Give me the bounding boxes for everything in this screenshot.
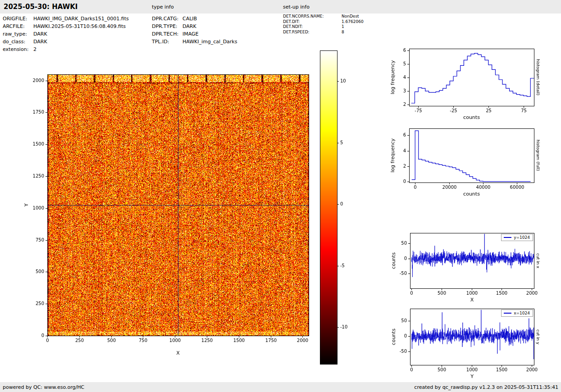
meta-key: DET.NCORRS.NAME: <box>283 14 342 19</box>
qc-link[interactable]: www.eso.org/HC <box>44 384 85 390</box>
meta-value: HAWKI_img_cal_Darks <box>182 38 237 46</box>
powered-by-text: powered by QC: <box>3 384 44 390</box>
meta-value: CALIB <box>182 15 197 23</box>
meta-value: 2 <box>33 46 36 53</box>
metadata-row: ARCFILE: HAWKI.2025-05-31T10:56:08.409.f… <box>3 23 129 30</box>
setup-info-label: set-up info <box>283 4 310 10</box>
meta-key: DET.DIT: <box>283 19 342 25</box>
meta-value: 8 <box>342 30 344 35</box>
detector-image-plot <box>18 68 315 365</box>
histogram-detail-plot <box>384 43 542 126</box>
metadata-row: ORIGFILE: HAWKI_IMG_DARK_Darks151_0001.f… <box>3 15 129 23</box>
meta-value: 1.6762060 <box>342 19 364 25</box>
meta-key: extension: <box>3 46 33 53</box>
type-info-label: type info <box>152 4 174 10</box>
meta-key: ARCFILE: <box>3 23 33 30</box>
legend-label: y=1024 <box>514 235 530 240</box>
meta-key: do_class: <box>3 38 33 46</box>
setup-info-column: DET.NCORRS.NAME: NonDest DET.DIT: 1.6762… <box>283 14 364 35</box>
histogram-detail-side-label: histogram (detail) <box>534 49 542 106</box>
meta-value: DARK <box>33 30 47 38</box>
metadata-row: DET.DIT: 1.6762060 <box>283 19 364 25</box>
cut-in-x-legend: y=1024 <box>501 234 533 241</box>
meta-value: HAWKI.2025-05-31T10:56:08.409.fits <box>33 23 126 30</box>
footer-bar: powered by QC: www.eso.org/HC created by… <box>0 382 561 392</box>
meta-key: DPR.CATG: <box>152 15 182 23</box>
meta-value: NonDest <box>342 14 359 19</box>
histogram-full-plot <box>384 121 542 204</box>
file-info-column: ORIGFILE: HAWKI_IMG_DARK_Darks151_0001.f… <box>3 15 129 53</box>
page-title: 2025-05-30: HAWKI <box>4 3 78 11</box>
cut-in-x-side-label: cut in x <box>534 233 542 288</box>
metadata-row: TPL.ID: HAWKI_img_cal_Darks <box>152 38 237 46</box>
legend-line-sample <box>504 313 511 314</box>
cut-in-y-legend: x=1024 <box>501 310 533 317</box>
colorbar <box>317 47 360 369</box>
metadata-row: DPR.TECH: IMAGE <box>152 30 237 38</box>
legend-line-sample <box>504 237 511 238</box>
type-info-column: DPR.CATG: CALIB DPR.TYPE: DARK DPR.TECH:… <box>152 15 237 46</box>
meta-key: DET.NDIT: <box>283 24 342 30</box>
meta-key: TPL.ID: <box>152 38 182 46</box>
histogram-full-side-label: histogram (full) <box>534 128 542 182</box>
metadata-row: do_class: DARK <box>3 38 129 46</box>
header-bar: 2025-05-30: HAWKI type info set-up info <box>0 0 561 14</box>
footer-left: powered by QC: www.eso.org/HC <box>3 384 84 390</box>
qc-report-page: 2025-05-30: HAWKI type info set-up info … <box>0 0 561 392</box>
metadata-row: extension: 2 <box>3 46 129 53</box>
metadata-row: DET.NDIT: 1 <box>283 24 364 30</box>
meta-key: ORIGFILE: <box>3 15 33 23</box>
metadata-row: DET.RSPEED: 8 <box>283 30 364 35</box>
metadata-row: DPR.TYPE: DARK <box>152 23 237 30</box>
meta-key: DET.RSPEED: <box>283 30 342 35</box>
meta-value: IMAGE <box>182 30 199 38</box>
metadata-row: DET.NCORRS.NAME: NonDest <box>283 14 364 19</box>
cut-in-y-side-label: cut in y <box>534 309 542 365</box>
meta-key: DPR.TYPE: <box>152 23 182 30</box>
legend-label: x=1024 <box>514 311 530 315</box>
metadata-row: raw_type: DARK <box>3 30 129 38</box>
meta-value: 1 <box>342 24 344 30</box>
metadata-row: DPR.CATG: CALIB <box>152 15 237 23</box>
meta-value: DARK <box>33 38 47 46</box>
meta-key: raw_type: <box>3 30 33 38</box>
meta-value: DARK <box>182 23 196 30</box>
meta-key: DPR.TECH: <box>152 30 182 38</box>
footer-right: created by qc_rawdisp.py v1.2.3 on 2025-… <box>414 384 558 390</box>
meta-value: HAWKI_IMG_DARK_Darks151_0001.fits <box>33 15 129 23</box>
